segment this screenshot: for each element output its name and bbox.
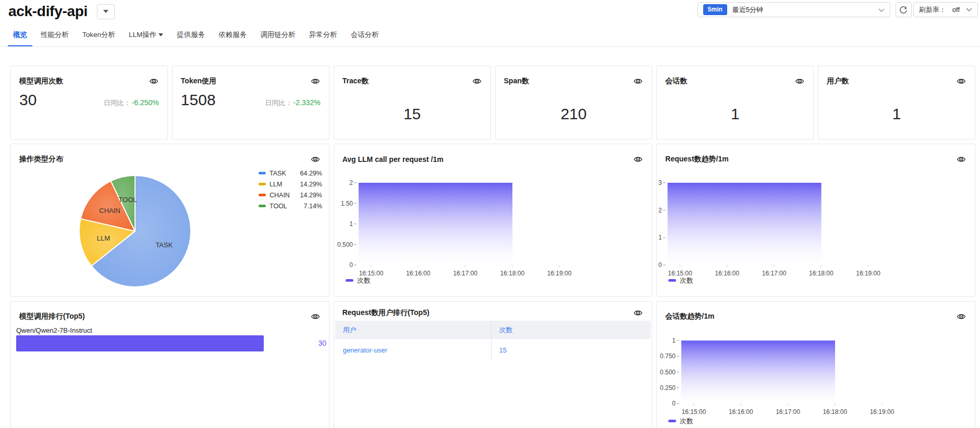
x-axis-tick-label: 16:18:00 bbox=[809, 270, 834, 277]
tab-label: 异常分析 bbox=[309, 31, 337, 39]
legend-item-llm[interactable]: LLM14.29% bbox=[259, 181, 322, 188]
eye-icon bbox=[633, 77, 643, 86]
chart-card-operation-type-pie: 操作类型分布 TASKLLMCHAINTOOLTASK64.29%LLM14.2… bbox=[10, 144, 329, 297]
x-axis-tick-label: 16:15:00 bbox=[682, 408, 706, 416]
legend-item-count[interactable]: 次数 bbox=[668, 417, 693, 425]
x-axis-tick-label: 16:19:00 bbox=[856, 270, 881, 277]
chevron-down-icon bbox=[966, 8, 972, 11]
eye-icon[interactable] bbox=[956, 76, 966, 86]
refresh-icon bbox=[899, 6, 908, 14]
legend-label: TASK bbox=[270, 170, 286, 177]
eye-icon bbox=[149, 77, 158, 86]
tab-item-7[interactable]: 异常分析 bbox=[304, 28, 342, 46]
eye-icon[interactable] bbox=[310, 76, 321, 86]
table-header-row: 用户次数 bbox=[335, 321, 651, 339]
tab-label: 依赖服务 bbox=[218, 31, 247, 39]
card-title: Trace数 bbox=[342, 77, 369, 86]
area-chart: 00.2500.5000.750116:15:0016:16:0016:17:0… bbox=[657, 324, 975, 428]
eye-icon[interactable] bbox=[633, 154, 643, 165]
x-axis-tick-label: 16:16:00 bbox=[406, 270, 431, 277]
caret-down-icon bbox=[158, 33, 163, 36]
pie-slice-label: TOOL bbox=[119, 196, 137, 204]
area-series bbox=[359, 183, 512, 265]
eye-icon[interactable] bbox=[472, 76, 482, 86]
pie-slice-label: CHAIN bbox=[99, 207, 120, 215]
rank-table: 用户次数generator-user15 bbox=[334, 319, 652, 428]
dashboard-grid: 模型调用次数 30 日同比：-6.250% Token使用 1508 日同比：-… bbox=[10, 66, 975, 428]
eye-icon bbox=[311, 77, 320, 86]
app-switcher-button[interactable] bbox=[97, 4, 115, 19]
time-range-badge: 5min bbox=[703, 4, 727, 15]
tab-overview[interactable]: 概览 bbox=[8, 28, 32, 46]
chart-card-session-trend: 会话数趋势/1m 00.2500.5000.750116:15:0016:16:… bbox=[656, 301, 975, 428]
tab-item-5[interactable]: 依赖服务 bbox=[213, 28, 252, 46]
legend-item-count[interactable]: 次数 bbox=[346, 276, 371, 284]
tab-item-4[interactable]: 提供服务 bbox=[172, 28, 210, 46]
tab-label: 调用链分析 bbox=[260, 31, 296, 39]
eye-icon bbox=[311, 155, 320, 164]
y-axis-tick-label: 2 bbox=[658, 207, 662, 214]
eye-icon[interactable] bbox=[794, 76, 805, 86]
chart-card-user-rank: Request数用户排行(Top5) 用户次数generator-user15 bbox=[334, 301, 653, 428]
legend-value: 64.29% bbox=[300, 170, 322, 177]
area-chart: 00.50011.50216:15:0016:16:0016:17:0016:1… bbox=[334, 167, 652, 296]
legend-item-tool[interactable]: TOOL7.14% bbox=[259, 203, 322, 210]
time-range-label: 最近5分钟 bbox=[732, 5, 763, 15]
y-axis-tick-label: 2 bbox=[349, 179, 353, 186]
card-title: 模型调用排行(Top5) bbox=[19, 312, 85, 321]
tab-item-2[interactable]: Token分析 bbox=[77, 28, 120, 46]
table-header-cell: 用户 bbox=[335, 325, 492, 335]
y-axis-tick-label: 0 bbox=[672, 400, 676, 407]
legend-item-count[interactable]: 次数 bbox=[668, 276, 693, 284]
chevron-down-icon bbox=[878, 8, 885, 12]
y-axis-tick-label: 0.250 bbox=[660, 384, 676, 392]
time-range-select[interactable]: 5min 最近5分钟 bbox=[697, 2, 890, 17]
tab-item-3[interactable]: LLM操作 bbox=[124, 28, 168, 46]
eye-icon bbox=[957, 77, 966, 86]
eye-icon bbox=[957, 155, 966, 164]
stat-value: 30 bbox=[19, 92, 36, 108]
eye-icon[interactable] bbox=[633, 76, 643, 86]
pie-slice-label: TASK bbox=[155, 241, 173, 249]
legend-label: CHAIN bbox=[270, 192, 290, 199]
eye-icon[interactable] bbox=[310, 154, 321, 165]
eye-icon[interactable] bbox=[956, 154, 966, 165]
eye-icon[interactable] bbox=[956, 311, 966, 322]
table-cell-user-link[interactable]: generator-user bbox=[335, 346, 492, 354]
refresh-button[interactable] bbox=[896, 2, 912, 17]
legend-value: 14.29% bbox=[300, 192, 322, 199]
y-axis-tick-label: 0.750 bbox=[660, 353, 676, 360]
eye-icon bbox=[311, 312, 320, 321]
refresh-rate-value: off bbox=[952, 6, 960, 14]
x-axis-tick-label: 16:15:00 bbox=[359, 270, 383, 277]
eye-icon[interactable] bbox=[310, 311, 321, 322]
card-title: 模型调用次数 bbox=[19, 77, 63, 86]
tab-label: 会话分析 bbox=[351, 31, 379, 39]
table-header-cell: 次数 bbox=[491, 325, 651, 335]
refresh-rate-select[interactable]: 刷新率： off bbox=[913, 2, 978, 17]
legend-item-task[interactable]: TASK64.29% bbox=[259, 170, 322, 177]
stat-value: 210 bbox=[560, 106, 586, 122]
tab-bar: 概览性能分析Token分析LLM操作提供服务依赖服务调用链分析异常分析会话分析 bbox=[0, 28, 980, 47]
eye-icon[interactable] bbox=[149, 76, 159, 86]
tab-item-1[interactable]: 性能分析 bbox=[35, 28, 74, 46]
legend-item-chain[interactable]: CHAIN14.29% bbox=[259, 192, 322, 199]
legend-label: LLM bbox=[270, 181, 282, 188]
pie-slice-label: LLM bbox=[97, 234, 110, 242]
eye-icon[interactable] bbox=[633, 308, 643, 318]
eye-icon bbox=[633, 155, 643, 164]
x-axis-tick-label: 16:16:00 bbox=[729, 408, 753, 416]
stat-card-model-calls: 模型调用次数 30 日同比：-6.250% bbox=[10, 66, 168, 140]
card-title: 用户数 bbox=[827, 77, 849, 86]
table-cell-count-link[interactable]: 15 bbox=[491, 346, 651, 354]
day-over-day-value: -2.332% bbox=[293, 98, 321, 107]
chart-card-avg-llm-call: Avg LLM call per request /1m 00.50011.50… bbox=[334, 144, 653, 297]
y-axis-tick-label: 1 bbox=[349, 220, 353, 228]
y-axis-tick-label: 0 bbox=[349, 261, 353, 269]
tab-label: 性能分析 bbox=[41, 31, 69, 39]
tab-item-8[interactable]: 会话分析 bbox=[346, 28, 384, 46]
rank-bar-value: 30 bbox=[295, 339, 326, 347]
rank-bar bbox=[16, 335, 264, 351]
tab-item-6[interactable]: 调用链分析 bbox=[255, 28, 301, 46]
stat-value: 1 bbox=[731, 106, 740, 122]
